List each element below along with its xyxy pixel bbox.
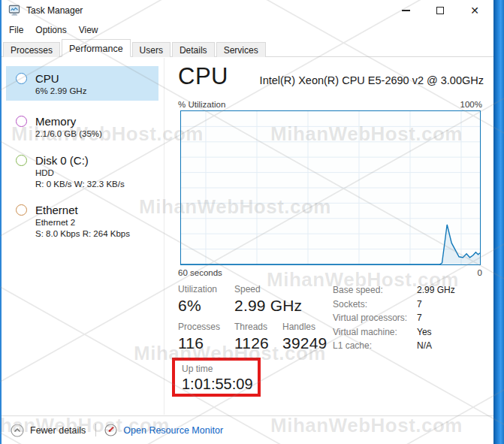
processor-name: Intel(R) Xeon(R) CPU E5-2690 v2 @ 3.00GH… xyxy=(260,74,484,89)
sidebar-item-subtext: S: 8.0 Kbps R: 264 Kbps xyxy=(35,228,130,240)
sidebar-item-subtext: 2.1/6.0 GB (35%) xyxy=(35,128,102,140)
stat-handles: Handles39249 xyxy=(282,322,327,352)
cpu-details: Base speed:2.99 GHzSockets:7Virtual proc… xyxy=(333,285,487,355)
menu-bar: FileOptionsView xyxy=(3,23,104,37)
sidebar-item-title: Disk 0 (C:) xyxy=(35,153,125,168)
minimize-button[interactable] xyxy=(388,0,423,21)
desktop-background-strip xyxy=(493,0,504,444)
sidebar-item-title: Memory xyxy=(35,114,102,128)
stat-speed: Speed2.99 GHz xyxy=(234,284,302,315)
sidebar-item-subtext: 6% 2.99 GHz xyxy=(35,86,86,97)
sidebar-item-subtext: R: 0 KB/s W: 32.3 KB/s xyxy=(35,179,125,190)
chevron-up-icon xyxy=(11,424,24,437)
detail-label: Sockets: xyxy=(333,299,417,310)
uptime-value: 1:01:55:09 xyxy=(182,376,258,393)
cpu-usage-area xyxy=(181,225,480,264)
sidebar-item-memory[interactable]: Memory2.1/6.0 GB (35%) xyxy=(6,109,158,139)
window-controls: ✕ xyxy=(388,0,492,21)
y-max-label: 100% xyxy=(460,100,482,109)
sidebar-item-subtext: Ethernet 2 xyxy=(35,217,130,228)
detail-label: L1 cache: xyxy=(333,340,417,351)
mini-graph-icon xyxy=(16,116,27,127)
cpu-usage-line xyxy=(181,225,480,264)
title-bar: Task Manager ✕ xyxy=(2,0,493,21)
sidebar-item-subtext: HDD xyxy=(35,168,125,179)
performance-sidebar: CPU6% 2.99 GHzMemory2.1/6.0 GB (35%)Disk… xyxy=(2,58,164,415)
graph-top-labels: % Utilization 100% xyxy=(178,100,482,109)
detail-label: Virtual processors: xyxy=(333,313,417,323)
tab-users[interactable]: Users xyxy=(132,42,171,57)
detail-row: Sockets:7 xyxy=(333,299,487,310)
detail-value: 7 xyxy=(417,313,422,323)
tab-details[interactable]: Details xyxy=(172,42,215,57)
stat-processes: Processes116 xyxy=(178,322,234,352)
y-axis-label: % Utilization xyxy=(178,100,225,109)
menu-item-file[interactable]: File xyxy=(3,23,29,37)
cpu-panel: CPU Intel(R) Xeon(R) CPU E5-2690 v2 @ 3.… xyxy=(171,64,490,415)
tab-performance[interactable]: Performance xyxy=(62,39,131,57)
graph-bottom-labels: 60 seconds 0 xyxy=(178,268,482,277)
stat-utilization: Utilization6% xyxy=(178,284,234,315)
resource-monitor-icon xyxy=(104,424,117,436)
menu-item-view[interactable]: View xyxy=(73,23,104,37)
uptime-label: Up time xyxy=(182,364,258,374)
window-left-border xyxy=(0,0,2,444)
stat-value: 1126 xyxy=(234,334,282,352)
minimize-icon xyxy=(402,10,410,11)
open-resource-monitor-link[interactable]: Open Resource Monitor xyxy=(123,425,223,436)
mini-graph-icon xyxy=(16,155,27,166)
detail-value: 7 xyxy=(417,299,422,310)
window-title: Task Manager xyxy=(26,5,83,16)
tab-services[interactable]: Services xyxy=(216,42,266,57)
maximize-button[interactable] xyxy=(423,0,457,21)
detail-value: 2.99 GHz xyxy=(417,285,455,295)
detail-row: Virtual machine:Yes xyxy=(333,327,487,337)
close-icon: ✕ xyxy=(470,5,479,16)
stat-threads: Threads1126 xyxy=(234,322,282,352)
cpu-panel-header: CPU Intel(R) Xeon(R) CPU E5-2690 v2 @ 3.… xyxy=(178,64,484,89)
tab-bar: ProcessesPerformanceUsersDetailsServices xyxy=(2,40,493,57)
sidebar-item-disk-0-c[interactable]: Disk 0 (C:)HDDR: 0 KB/s W: 32.3 KB/s xyxy=(6,148,158,190)
sidebar-item-title: CPU xyxy=(35,71,86,86)
footer-divider xyxy=(95,424,96,436)
fewer-details-button[interactable]: Fewer details xyxy=(30,425,86,436)
stat-label: Processes xyxy=(178,322,234,332)
detail-label: Base speed: xyxy=(333,285,417,295)
detail-row: L1 cache:N/A xyxy=(333,340,487,351)
x-axis-right-label: 0 xyxy=(478,268,482,277)
stat-value: 2.99 GHz xyxy=(234,297,302,315)
mini-graph-icon xyxy=(16,73,27,84)
detail-label: Virtual machine: xyxy=(333,327,417,337)
detail-value: N/A xyxy=(417,340,432,351)
detail-row: Virtual processors:7 xyxy=(333,313,487,323)
cpu-stats: Utilization6%Speed2.99 GHzProcesses116Th… xyxy=(178,284,332,359)
tab-processes[interactable]: Processes xyxy=(3,42,60,57)
stat-label: Utilization xyxy=(178,284,234,294)
sidebar-item-cpu[interactable]: CPU6% 2.99 GHz xyxy=(6,66,158,101)
stat-label: Speed xyxy=(234,284,302,294)
task-manager-window: Task Manager ✕ FileOptionsView Processes… xyxy=(0,0,504,444)
task-manager-app-icon xyxy=(8,5,21,17)
cpu-utilization-graph[interactable] xyxy=(180,110,481,265)
stat-value: 6% xyxy=(178,297,234,315)
menu-item-options[interactable]: Options xyxy=(29,23,72,37)
close-button[interactable]: ✕ xyxy=(457,0,492,21)
x-axis-left-label: 60 seconds xyxy=(178,268,222,277)
maximize-icon xyxy=(436,7,444,14)
footer-bar: Fewer details Open Resource Monitor xyxy=(2,415,493,444)
stat-label: Handles xyxy=(282,322,327,332)
stat-value: 39249 xyxy=(282,334,327,352)
stat-value: 116 xyxy=(178,334,234,352)
stat-label: Threads xyxy=(234,322,282,332)
sidebar-item-title: Ethernet xyxy=(35,203,130,217)
mini-graph-icon xyxy=(16,204,27,216)
detail-value: Yes xyxy=(417,327,432,337)
uptime-annotation-box: Up time 1:01:55:09 xyxy=(172,358,261,397)
detail-row: Base speed:2.99 GHz xyxy=(333,285,487,295)
sidebar-item-ethernet[interactable]: EthernetEthernet 2S: 8.0 Kbps R: 264 Kbp… xyxy=(6,198,158,240)
panel-title: CPU xyxy=(178,64,228,89)
